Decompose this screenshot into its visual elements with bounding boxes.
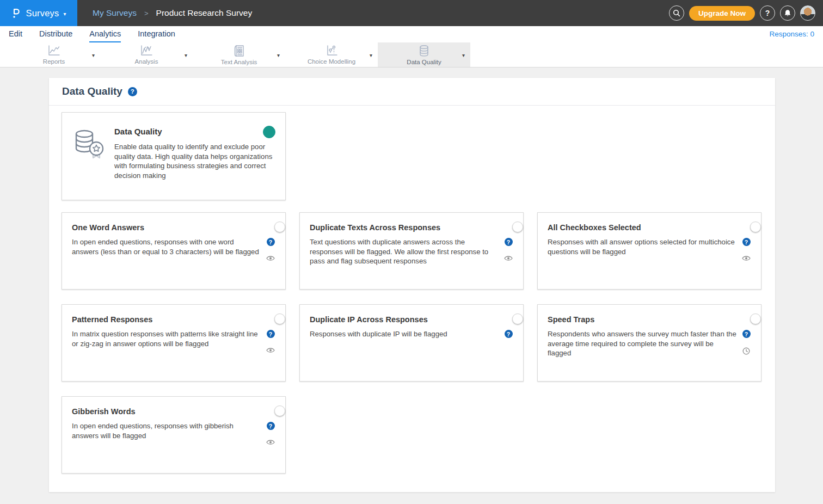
help-icon[interactable]: ? <box>267 238 275 246</box>
master-card-content: Data Quality Enable data quality to iden… <box>114 127 274 190</box>
feature-card-icons: ? <box>503 329 513 339</box>
notifications-button[interactable] <box>780 5 795 21</box>
user-avatar[interactable] <box>800 5 815 21</box>
chevron-down-icon[interactable]: ▾ <box>277 52 280 58</box>
search-button[interactable] <box>669 5 684 21</box>
scatter-chart-icon <box>139 45 153 57</box>
feature-card-description: Responses with duplicate IP will be flag… <box>310 329 499 339</box>
feature-card-title: One Word Answers <box>72 222 144 232</box>
search-icon <box>673 9 680 17</box>
feature-card-description: In open ended questions, responses with … <box>72 421 261 445</box>
feature-card-all-checkboxes-selected: All Checkboxes Selected Responses with a… <box>537 212 761 290</box>
feature-card-title: Patterned Responses <box>72 314 152 324</box>
nav-tab-integration[interactable]: Integration <box>138 29 175 42</box>
survey-nav-row: EditDistributeAnalyticsIntegration Respo… <box>0 26 823 42</box>
feature-card-description: Responses with all answer options select… <box>548 237 737 261</box>
feature-card-title: All Checkboxes Selected <box>548 222 641 232</box>
feature-card-patterned-responses: Patterned Responses In matrix question r… <box>62 304 286 382</box>
database-icon <box>417 45 431 58</box>
toolbar-item-label: Analysis <box>135 58 158 65</box>
toolbar-item-label: Text Analysis <box>221 59 257 65</box>
analytics-toolbar: Reports▾Analysis▾Text Analysis▾Choice Mo… <box>0 42 823 67</box>
dot-plot-icon <box>324 45 339 57</box>
nav-tab-analytics[interactable]: Analytics <box>89 29 121 42</box>
toolbar-item-label: Reports <box>43 58 65 65</box>
upgrade-now-button[interactable]: Upgrade Now <box>689 6 755 21</box>
panel-body: Data Quality Enable data quality to iden… <box>49 106 775 492</box>
database-badge-icon <box>72 128 106 190</box>
app-logo[interactable]: Surveys ▾ <box>0 0 77 26</box>
feature-card-icons: ? <box>266 237 275 261</box>
feature-card-description: Text questions with duplicate answers ac… <box>310 237 499 266</box>
feature-card-gibberish-words: Gibberish Words In open ended questions,… <box>62 396 286 474</box>
help-icon[interactable]: ? <box>742 238 751 246</box>
feature-card-icons: ? <box>266 421 275 445</box>
toolbar-item-analysis[interactable]: Analysis▾ <box>100 42 193 67</box>
survey-nav-tabs: EditDistributeAnalyticsIntegration <box>9 29 175 42</box>
data-quality-panel: Data Quality ? <box>49 78 775 492</box>
chevron-down-icon: ▾ <box>63 11 66 17</box>
feature-card-duplicate-ip-across-responses: Duplicate IP Across Responses Responses … <box>299 304 524 382</box>
toolbar-item-data-quality[interactable]: Data Quality▾ <box>378 42 470 67</box>
nav-tab-edit[interactable]: Edit <box>9 29 22 42</box>
preview-eye-icon[interactable] <box>266 255 275 261</box>
help-icon[interactable]: ? <box>267 422 275 430</box>
page-help-icon[interactable]: ? <box>128 87 137 96</box>
main-content: Data Quality ? <box>0 67 823 504</box>
chevron-down-icon[interactable]: ▾ <box>462 52 465 58</box>
chevron-down-icon[interactable]: ▾ <box>92 52 95 58</box>
panel-header: Data Quality ? <box>49 78 775 106</box>
feature-card-one-word-answers: One Word Answers In open ended questions… <box>62 212 286 290</box>
help-icon[interactable]: ? <box>505 330 513 338</box>
preview-eye-icon[interactable] <box>266 439 275 445</box>
feature-card-icons: ? <box>503 237 513 266</box>
clock-icon[interactable] <box>742 347 750 355</box>
preview-eye-icon[interactable] <box>742 255 751 261</box>
feature-card-duplicate-texts-across-responses: Duplicate Texts Across Responses Text qu… <box>299 212 524 290</box>
top-bar: Surveys ▾ My Surveys > Product Research … <box>0 0 823 26</box>
document-grid-icon <box>233 45 245 58</box>
feature-card-speed-traps: Speed Traps Respondents who answers the … <box>537 304 761 382</box>
help-icon[interactable]: ? <box>267 330 275 338</box>
feature-card-title: Duplicate IP Across Responses <box>310 314 428 324</box>
help-icon[interactable]: ? <box>505 238 513 246</box>
responses-count: Responses: 0 <box>769 30 814 42</box>
feature-cards-grid: One Word Answers In open ended questions… <box>62 212 761 474</box>
help-icon[interactable]: ? <box>742 330 751 338</box>
breadcrumb: My Surveys > Product Research Survey <box>93 8 252 18</box>
feature-card-title: Speed Traps <box>548 314 594 324</box>
toolbar-item-reports[interactable]: Reports▾ <box>8 42 100 67</box>
feature-card-icons: ? <box>266 329 275 353</box>
master-card-title: Data Quality <box>114 127 162 136</box>
preview-eye-icon[interactable] <box>266 347 275 353</box>
chevron-down-icon[interactable]: ▾ <box>185 52 187 58</box>
help-button[interactable]: ? <box>760 5 775 21</box>
question-mark-icon: ? <box>765 9 770 17</box>
product-switcher-label: Surveys <box>26 8 59 19</box>
feature-card-title: Duplicate Texts Across Responses <box>310 222 440 232</box>
breadcrumb-current-survey: Product Research Survey <box>156 8 253 18</box>
feature-card-description: In open ended questions, responses with … <box>72 237 261 261</box>
nav-tab-distribute[interactable]: Distribute <box>39 29 72 42</box>
topbar-actions: Upgrade Now ? <box>669 5 815 21</box>
data-quality-master-card: Data Quality Enable data quality to iden… <box>62 112 286 200</box>
feature-card-icons: ? <box>741 329 751 358</box>
feature-card-description: In matrix question responses with patter… <box>72 329 261 353</box>
bell-icon <box>784 9 791 17</box>
chevron-down-icon[interactable]: ▾ <box>370 52 372 58</box>
page-title: Data Quality <box>62 85 122 97</box>
feature-card-title: Gibberish Words <box>72 406 136 416</box>
toolbar-item-label: Data Quality <box>407 59 441 65</box>
feature-card-icons: ? <box>741 237 751 261</box>
toolbar-item-label: Choice Modelling <box>308 58 355 65</box>
breadcrumb-separator: > <box>144 9 149 17</box>
line-chart-icon <box>47 45 61 57</box>
toolbar-item-choice-modelling[interactable]: Choice Modelling▾ <box>285 42 378 67</box>
toolbar-item-text-analysis[interactable]: Text Analysis▾ <box>193 42 285 67</box>
feature-card-description: Respondents who answers the survey much … <box>548 329 737 358</box>
preview-eye-icon[interactable] <box>504 255 513 261</box>
questionpro-logo-icon <box>11 7 21 20</box>
breadcrumb-my-surveys[interactable]: My Surveys <box>93 8 137 18</box>
master-card-description: Enable data quality to identify and excl… <box>114 142 273 180</box>
